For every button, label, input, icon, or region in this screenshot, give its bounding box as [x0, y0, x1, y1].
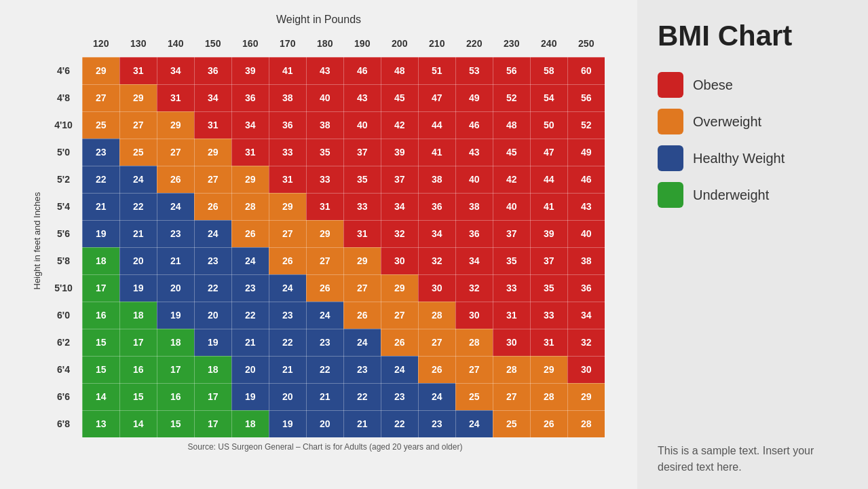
weight-header: 240	[530, 30, 567, 57]
bmi-cell: 38	[418, 166, 455, 193]
bmi-cell: 22	[194, 274, 231, 302]
bmi-cell: 38	[567, 247, 605, 274]
bmi-cell: 43	[455, 139, 493, 166]
bmi-cell: 42	[493, 166, 530, 193]
bmi-cell: 14	[82, 383, 119, 410]
bmi-cell: 50	[530, 111, 567, 139]
table-row: 5'61921232426272931323436373940	[45, 220, 605, 247]
bmi-cell: 24	[231, 247, 269, 274]
bmi-cell: 52	[493, 84, 530, 111]
bmi-cell: 21	[119, 220, 157, 247]
weight-header: 170	[269, 30, 306, 57]
legend-color-box	[658, 145, 683, 171]
bmi-cell: 35	[306, 139, 343, 166]
bmi-cell: 34	[231, 111, 269, 139]
bmi-cell: 48	[381, 57, 418, 84]
bmi-cell: 29	[119, 84, 157, 111]
bmi-cell: 33	[269, 139, 306, 166]
bmi-cell: 26	[231, 220, 269, 247]
bmi-table-container: 1201301401501601701801902002102202302402…	[45, 30, 605, 452]
bmi-cell: 27	[381, 302, 418, 329]
bmi-cell: 45	[493, 139, 530, 166]
bmi-cell: 34	[194, 84, 231, 111]
bmi-cell: 35	[343, 166, 381, 193]
bmi-cell: 17	[119, 329, 157, 356]
bmi-cell: 45	[381, 84, 418, 111]
bmi-cell: 31	[530, 329, 567, 356]
weight-header: 190	[343, 30, 381, 57]
bmi-cell: 18	[82, 247, 119, 274]
bmi-cell: 26	[269, 247, 306, 274]
bmi-cell: 26	[381, 329, 418, 356]
bmi-cell: 30	[381, 247, 418, 274]
bmi-cell: 23	[157, 220, 194, 247]
weight-header: 210	[418, 30, 455, 57]
legend-color-box	[658, 72, 683, 98]
bmi-cell: 28	[530, 383, 567, 410]
bmi-cell: 49	[567, 139, 605, 166]
bmi-cell: 29	[306, 220, 343, 247]
bmi-cell: 35	[530, 274, 567, 302]
table-row: 5'101719202223242627293032333536	[45, 274, 605, 302]
bmi-cell: 58	[530, 57, 567, 84]
bmi-cell: 40	[567, 220, 605, 247]
bmi-cell: 28	[455, 329, 493, 356]
bmi-cell: 53	[455, 57, 493, 84]
bmi-cell: 30	[493, 329, 530, 356]
bmi-cell: 19	[157, 302, 194, 329]
bmi-cell: 32	[418, 247, 455, 274]
bmi-cell: 27	[343, 274, 381, 302]
weight-header: 120	[82, 30, 119, 57]
bmi-cell: 17	[194, 383, 231, 410]
bmi-cell: 22	[119, 193, 157, 220]
legend-label: Underweight	[693, 187, 769, 203]
height-label: 4'10	[45, 111, 82, 139]
table-row: 6'41516171820212223242627282930	[45, 356, 605, 383]
bmi-cell: 40	[455, 166, 493, 193]
bmi-cell: 21	[157, 247, 194, 274]
bmi-cell: 24	[381, 356, 418, 383]
bmi-cell: 21	[231, 329, 269, 356]
bmi-cell: 29	[530, 356, 567, 383]
bmi-cell: 31	[343, 220, 381, 247]
legend-item: Obese	[658, 72, 848, 98]
bmi-cell: 30	[567, 356, 605, 383]
bmi-cell: 21	[306, 383, 343, 410]
bmi-cell: 23	[343, 356, 381, 383]
bmi-cell: 31	[306, 193, 343, 220]
bmi-cell: 24	[269, 274, 306, 302]
bmi-cell: 37	[381, 166, 418, 193]
bmi-cell: 15	[157, 410, 194, 437]
bmi-cell: 51	[418, 57, 455, 84]
bmi-cell: 15	[82, 356, 119, 383]
bmi-cell: 14	[119, 410, 157, 437]
bmi-cell: 26	[194, 193, 231, 220]
bmi-cell: 22	[306, 356, 343, 383]
legend-label: Overweight	[693, 114, 761, 130]
bmi-cell: 39	[381, 139, 418, 166]
weight-header: 140	[157, 30, 194, 57]
bmi-cell: 29	[194, 139, 231, 166]
bmi-cell: 19	[194, 329, 231, 356]
bmi-cell: 25	[493, 410, 530, 437]
height-label: 6'8	[45, 410, 82, 437]
bmi-cell: 22	[343, 383, 381, 410]
table-row: 4'62931343639414346485153565860	[45, 57, 605, 84]
bmi-cell: 34	[418, 220, 455, 247]
bmi-cell: 28	[493, 356, 530, 383]
height-label: 6'6	[45, 383, 82, 410]
bmi-cell: 46	[455, 111, 493, 139]
sample-text: This is a sample text. Insert your desir…	[658, 443, 848, 475]
bmi-cell: 24	[455, 410, 493, 437]
bmi-cell: 18	[231, 410, 269, 437]
bmi-cell: 37	[343, 139, 381, 166]
height-label: 6'2	[45, 329, 82, 356]
bmi-cell: 24	[343, 329, 381, 356]
bmi-cell: 40	[493, 193, 530, 220]
bmi-cell: 31	[194, 111, 231, 139]
height-label: 4'8	[45, 84, 82, 111]
legend-label: Obese	[693, 77, 733, 93]
bmi-cell: 26	[343, 302, 381, 329]
bmi-cell: 31	[493, 302, 530, 329]
bmi-cell: 36	[567, 274, 605, 302]
